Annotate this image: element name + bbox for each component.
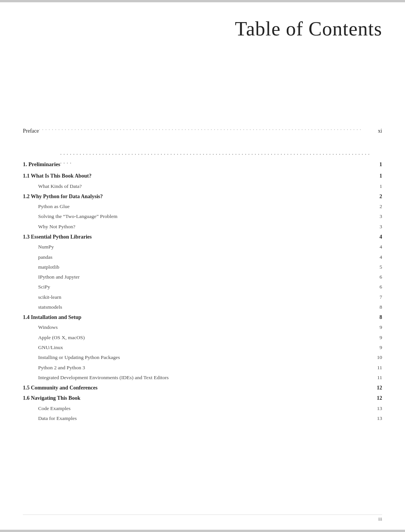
toc-entry: Windows9 [23, 323, 382, 332]
entry-page: 1 [371, 171, 382, 181]
toc-entry: matplotlib5 [23, 263, 382, 272]
entry-title: 1.1 What Is This Book About? [23, 171, 92, 181]
toc-entry: Integrated Development Environments (IDE… [23, 373, 382, 382]
toc-entry: Installing or Updating Python Packages10 [23, 353, 382, 362]
entry-page: 2 [371, 192, 382, 201]
toc-entry: 1.6 Navigating This Book12 [23, 393, 382, 403]
toc-entry: What Kinds of Data?1 [23, 182, 382, 191]
entry-title: Python as Glue [38, 202, 70, 211]
entry-page: 5 [371, 263, 382, 272]
entry-page: 9 [371, 343, 382, 352]
toc-entry: 1.3 Essential Python Libraries4 [23, 232, 382, 242]
entry-page: 1 [371, 182, 382, 191]
toc-entry: pandas4 [23, 253, 382, 262]
toc-entry: 1.1 What Is This Book About?1 [23, 171, 382, 181]
entry-title: SciPy [38, 282, 50, 292]
entry-title: IPython and Jupyter [38, 272, 80, 282]
page-title: Table of Contents [23, 18, 382, 40]
entry-page: 9 [371, 333, 382, 342]
toc-entry: statsmodels8 [23, 303, 382, 312]
footer-separator [23, 514, 382, 515]
toc-entry: SciPy6 [23, 282, 382, 292]
entry-title: Windows [38, 323, 58, 332]
toc-entry: Why Not Python?3 [23, 222, 382, 231]
entry-page: 8 [371, 312, 382, 322]
entry-title: 1.2 Why Python for Data Analysis? [23, 192, 103, 201]
toc-entry: Data for Examples13 [23, 414, 382, 423]
entry-title: What Kinds of Data? [38, 182, 82, 191]
entry-title: Data for Examples [38, 414, 77, 423]
toc-entry: GNU/Linux9 [23, 343, 382, 352]
toc-entry: 1.2 Why Python for Data Analysis?2 [23, 192, 382, 201]
entry-title: Solving the “Two-Language” Problem [38, 212, 117, 221]
entry-page: 12 [371, 393, 382, 403]
dot-leader [60, 149, 371, 171]
toc-entry: Code Examples13 [23, 404, 382, 413]
entry-title: Integrated Development Environments (IDE… [38, 373, 169, 382]
entry-page: 3 [371, 222, 382, 231]
entry-title: scikit-learn [38, 293, 61, 302]
entry-title: 1.3 Essential Python Libraries [23, 232, 92, 242]
footer-area: iii [0, 511, 405, 530]
entry-page: 6 [371, 272, 382, 282]
page-number: iii [378, 516, 382, 522]
entry-title: 1.4 Installation and Setup [23, 312, 81, 322]
entry-title: NumPy [38, 242, 54, 252]
entry-page: 1 [371, 159, 382, 169]
content-area: Prefacexi1. Preliminaries11.1 What Is Th… [0, 124, 405, 511]
entry-page: 4 [371, 242, 382, 252]
entry-page: 4 [371, 232, 382, 242]
entry-title: 1.5 Community and Conferences [23, 383, 98, 393]
toc-entry: Prefacexi [23, 124, 382, 137]
entry-page: 9 [371, 323, 382, 332]
entry-page: 2 [371, 202, 382, 211]
entry-title: Installing or Updating Python Packages [38, 353, 120, 362]
entry-page: 8 [371, 303, 382, 312]
toc-entry: Solving the “Two-Language” Problem3 [23, 212, 382, 221]
entry-title: statsmodels [38, 303, 62, 312]
entry-title: 1. Preliminaries [23, 159, 60, 169]
toc-entry: 1. Preliminaries1 [23, 149, 382, 171]
entry-title: Code Examples [38, 404, 71, 413]
toc-entry: Apple (OS X, macOS)9 [23, 333, 382, 342]
toc-entry: NumPy4 [23, 242, 382, 252]
entry-title: Why Not Python? [38, 222, 76, 231]
dot-leader [39, 124, 371, 137]
entry-page: 4 [371, 253, 382, 262]
entry-title: pandas [38, 253, 53, 262]
toc-entry: scikit-learn7 [23, 293, 382, 302]
entry-title: 1.6 Navigating This Book [23, 393, 80, 403]
toc-entry: Python as Glue2 [23, 202, 382, 211]
entry-page: 11 [371, 363, 382, 372]
entry-page: 13 [371, 404, 382, 413]
page: Table of Contents Prefacexi1. Preliminar… [0, 0, 405, 532]
entry-title: GNU/Linux [38, 343, 63, 352]
entry-page: xi [371, 126, 382, 136]
entry-title: Apple (OS X, macOS) [38, 333, 85, 342]
header-section: Table of Contents [0, 2, 405, 48]
entry-title: Python 2 and Python 3 [38, 363, 85, 372]
entry-title: Preface [23, 126, 39, 136]
entry-page: 7 [371, 293, 382, 302]
toc-entry: IPython and Jupyter6 [23, 272, 382, 282]
entry-page: 10 [371, 353, 382, 362]
entry-page: 11 [371, 373, 382, 382]
toc-entry: 1.5 Community and Conferences12 [23, 383, 382, 393]
footer-bar [0, 530, 405, 532]
toc-entry: 1.4 Installation and Setup8 [23, 312, 382, 322]
entry-title: matplotlib [38, 263, 59, 272]
entry-page: 3 [371, 212, 382, 221]
entry-page: 6 [371, 282, 382, 292]
entry-page: 12 [371, 383, 382, 393]
toc-entry: Python 2 and Python 311 [23, 363, 382, 372]
entry-page: 13 [371, 414, 382, 423]
